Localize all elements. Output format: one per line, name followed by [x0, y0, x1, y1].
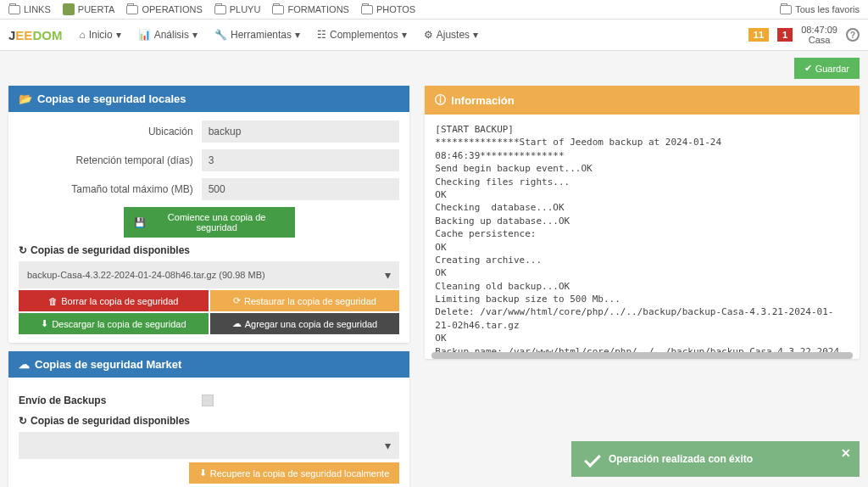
add-backup-button[interactable]: ☁ Agregar una copia de seguridad — [210, 313, 400, 334]
help-icon[interactable]: ? — [846, 28, 860, 42]
tamano-label: Tamaño total máximo (MB) — [19, 183, 202, 195]
nav-inicio[interactable]: ⌂ Inicio ▾ — [79, 29, 120, 41]
check-icon — [584, 451, 601, 467]
ubicacion-input[interactable] — [202, 120, 400, 143]
panels-container: 📂 Copias de seguridad locales Ubicación … — [8, 86, 860, 487]
local-backup-panel: 📂 Copias de seguridad locales Ubicación … — [8, 86, 409, 343]
market-backup-panel: ☁ Copias de seguridad Market Envío de Ba… — [8, 351, 409, 487]
market-recover-row: ⬇ Recupere la copia de seguridad localme… — [19, 462, 399, 484]
nav-label: Complementos — [330, 29, 398, 41]
main-nav: JEEDOM ⌂ Inicio ▾ 📊 Análisis ▾ 🔧 Herrami… — [0, 20, 868, 51]
folder-open-icon: 📂 — [19, 92, 32, 105]
bookmark-formations[interactable]: FORMATIONS — [272, 4, 349, 14]
selected-backup-text: backup-Casa-4.3.22-2024-01-24-08h46.tar.… — [27, 270, 265, 280]
trash-icon: 🗑 — [48, 296, 58, 306]
ubicacion-label: Ubicación — [19, 126, 202, 137]
bookmark-favorites[interactable]: Tous les favoris — [780, 4, 860, 14]
button-label: Agregar una copia de seguridad — [245, 319, 378, 329]
toast-message: Operación realizada con éxito — [609, 453, 753, 465]
bookmark-label: PHOTOS — [376, 4, 415, 14]
clock-time: 08:47:09 — [801, 25, 837, 35]
chevron-down-icon: ▾ — [192, 29, 198, 41]
bookmark-label: PLUYU — [230, 4, 261, 14]
nav-ajustes[interactable]: ⚙ Ajustes ▾ — [424, 29, 478, 41]
save-icon: 💾 — [134, 217, 146, 228]
backup-actions-grid: 🗑 Borrar la copia de seguridad ⟳ Restaur… — [19, 290, 399, 334]
jeedom-logo[interactable]: JEEDOM — [8, 28, 62, 42]
bookmark-label: PUERTA — [78, 4, 115, 14]
nav-label: Herramientas — [231, 29, 292, 41]
nav-label: Inicio — [89, 29, 113, 41]
delete-backup-button[interactable]: 🗑 Borrar la copia de seguridad — [19, 290, 209, 311]
gear-icon: ⚙ — [424, 29, 433, 41]
panel-title: Copias de seguridad locales — [37, 92, 186, 105]
list-icon: ☷ — [317, 29, 326, 41]
notification-badge-orange[interactable]: 11 — [748, 28, 769, 42]
chevron-down-icon: ▾ — [402, 29, 407, 41]
retencion-input[interactable] — [202, 149, 400, 171]
tamano-input[interactable] — [202, 178, 400, 200]
folder-icon — [8, 5, 20, 14]
download-icon: ⬇ — [41, 318, 48, 329]
nav-herramientas[interactable]: 🔧 Herramientas ▾ — [214, 29, 300, 41]
chevron-down-icon: ▾ — [116, 29, 121, 41]
horizontal-scrollbar[interactable] — [431, 352, 853, 359]
market-backup-body: Envío de Backups ↻ Copias de seguridad d… — [8, 378, 409, 487]
envio-checkbox[interactable] — [202, 395, 214, 406]
section-label-text: Copias de seguridad disponibles — [31, 244, 190, 256]
bookmark-label: Tous les favoris — [795, 4, 860, 14]
nav-complementos[interactable]: ☷ Complementos ▾ — [317, 29, 407, 41]
left-column: 📂 Copias de seguridad locales Ubicación … — [8, 86, 409, 487]
button-label: Comience una copia de seguridad — [149, 212, 285, 232]
chevron-down-icon: ▾ — [385, 268, 391, 282]
start-backup-row: 💾 Comience una copia de seguridad — [19, 207, 399, 238]
right-column: ⓘ Información [START BACKUP] ***********… — [425, 86, 860, 487]
button-label: Borrar la copia de seguridad — [61, 296, 178, 306]
panel-title: Copias de seguridad Market — [35, 358, 181, 371]
toast-close-button[interactable]: ✕ — [841, 446, 851, 460]
panel-title: Información — [451, 94, 514, 107]
retencion-row: Retención temporal (días) — [19, 149, 399, 171]
top-actions: ✔ Guardar — [8, 58, 860, 79]
content-area: ✔ Guardar 📂 Copias de seguridad locales … — [0, 51, 868, 487]
button-label: Guardar — [815, 64, 849, 74]
start-backup-button[interactable]: 💾 Comience una copia de seguridad — [124, 207, 295, 238]
guardar-button[interactable]: ✔ Guardar — [794, 58, 860, 79]
bookmark-operations[interactable]: OPERATIONS — [126, 4, 202, 14]
wrench-icon: 🔧 — [214, 29, 227, 41]
local-backup-header: 📂 Copias de seguridad locales — [8, 86, 409, 112]
folder-icon — [272, 5, 284, 14]
market-backup-select[interactable]: ▾ — [19, 432, 399, 459]
envio-row: Envío de Backups — [19, 395, 399, 406]
section-label-text: Copias de seguridad disponibles — [31, 415, 190, 427]
bookmark-photos[interactable]: PHOTOS — [361, 4, 415, 14]
backup-log[interactable]: [START BACKUP] ***************Start of J… — [425, 115, 860, 352]
bookmark-links[interactable]: LINKS — [8, 4, 51, 14]
folder-icon — [126, 5, 138, 14]
nav-label: Ajustes — [437, 29, 470, 41]
info-panel: ⓘ Información [START BACKUP] ***********… — [425, 86, 860, 359]
bookmark-pluyu[interactable]: PLUYU — [214, 4, 261, 14]
bookmarks-bar: LINKS PUERTA OPERATIONS PLUYU FORMATIONS… — [0, 0, 868, 20]
disponibles-label: ↻ Copias de seguridad disponibles — [19, 244, 399, 256]
check-icon: ✔ — [804, 63, 812, 74]
bookmark-puerta[interactable]: PUERTA — [63, 3, 115, 15]
bookmark-label: LINKS — [24, 4, 51, 14]
folder-icon — [214, 5, 226, 14]
envio-label: Envío de Backups — [19, 395, 202, 406]
notification-badge-red[interactable]: 1 — [777, 28, 793, 42]
info-icon: ⓘ — [435, 92, 446, 108]
success-toast: Operación realizada con éxito ✕ — [571, 441, 860, 477]
nav-analisis[interactable]: 📊 Análisis ▾ — [138, 29, 198, 41]
market-backup-header: ☁ Copias de seguridad Market — [8, 351, 409, 378]
market-disponibles-label: ↻ Copias de seguridad disponibles — [19, 415, 399, 427]
nav-items: ⌂ Inicio ▾ 📊 Análisis ▾ 🔧 Herramientas ▾… — [79, 29, 478, 41]
nav-right: 11 1 08:47:09 Casa ? — [748, 25, 860, 45]
chevron-down-icon: ▾ — [295, 29, 300, 41]
puerta-icon — [63, 3, 75, 15]
recover-backup-button[interactable]: ⬇ Recupere la copia de seguridad localme… — [189, 462, 400, 484]
restore-backup-button[interactable]: ⟳ Restaurar la copia de seguridad — [210, 290, 400, 311]
chevron-down-icon: ▾ — [385, 439, 391, 452]
backup-select[interactable]: backup-Casa-4.3.22-2024-01-24-08h46.tar.… — [19, 261, 399, 288]
download-backup-button[interactable]: ⬇ Descargar la copia de seguridad — [19, 313, 209, 334]
